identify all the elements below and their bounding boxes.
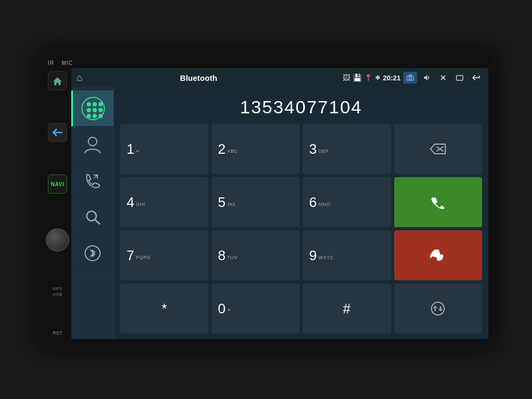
ir-label: IR — [48, 60, 54, 66]
navi-label: NAVI — [51, 181, 64, 187]
key-9-button[interactable]: 9 WXYZ — [303, 230, 391, 280]
key-call-button[interactable] — [394, 177, 483, 227]
sidebar-item-search[interactable] — [71, 199, 113, 235]
key-2-number: 2 — [218, 142, 226, 156]
image-status-icon: 🖼 — [343, 73, 350, 82]
svg-rect-4 — [456, 76, 463, 80]
key-7-button[interactable]: 7 PQRS — [120, 230, 209, 280]
volume-icon-box[interactable] — [420, 72, 434, 84]
recent-calls-icon — [82, 170, 103, 192]
key-hash-symbol: # — [343, 301, 351, 317]
status-time: 20:21 — [383, 74, 401, 82]
volume-knob[interactable] — [46, 228, 69, 252]
key-star-symbol: * — [162, 301, 167, 317]
key-2-letters: ABC — [227, 148, 238, 154]
key-0-number: 0 — [218, 302, 226, 315]
side-buttons: NAVI GPS USB RST — [44, 68, 71, 339]
key-backspace-button[interactable] — [394, 124, 483, 174]
status-bar: ⌂ Bluetooth 🖼 💾 📍 ✱ 20:21 — [71, 68, 488, 87]
usb-label: USB — [53, 292, 62, 297]
status-icons: 🖼 💾 📍 ✱ 20:21 — [343, 72, 483, 84]
key-1-letters: ∞ — [136, 148, 139, 154]
svg-point-1 — [409, 77, 412, 80]
key-6-number: 6 — [309, 195, 317, 209]
gps-usb-labels: GPS USB — [53, 286, 62, 297]
rst-label: RST — [53, 330, 62, 336]
navi-side-button[interactable]: NAVI — [48, 174, 67, 194]
camera-icon-box[interactable] — [403, 72, 417, 84]
key-9-letters: WXYZ — [318, 255, 333, 260]
key-5-number: 5 — [218, 195, 226, 209]
key-9-number: 9 — [309, 248, 317, 262]
device-top-labels: IR MIC — [44, 60, 488, 68]
key-4-letters: GHI — [136, 202, 145, 207]
key-8-letters: TUV — [227, 255, 238, 260]
key-hangup-button[interactable] — [394, 230, 483, 280]
key-6-button[interactable]: 6 MNO — [303, 177, 391, 227]
dialpad-icon — [82, 98, 104, 119]
main-content: 13534077104 1 ∞ 2 ABC 3 — [71, 87, 488, 339]
car-head-unit: IR MIC NAVI — [37, 51, 495, 348]
sidebar-item-contacts[interactable] — [71, 127, 113, 163]
key-1-number: 1 — [127, 142, 134, 156]
home-side-button[interactable] — [48, 71, 67, 90]
svg-line-7 — [95, 220, 99, 224]
close-icon-box[interactable] — [436, 72, 450, 84]
phone-display: 13534077104 — [120, 93, 482, 120]
bluetooth-status-icon: ✱ — [375, 74, 380, 81]
key-1-button[interactable]: 1 ∞ — [120, 124, 209, 174]
screen-area: NAVI GPS USB RST ⌂ Bluetooth — [44, 68, 488, 339]
key-3-letters: DEF — [318, 148, 329, 154]
status-bar-title: Bluetooth — [90, 73, 307, 82]
key-7-number: 7 — [127, 248, 134, 262]
key-4-button[interactable]: 4 GHI — [120, 177, 209, 227]
key-hash-button[interactable]: # — [303, 284, 391, 334]
sidebar — [71, 87, 114, 339]
key-swap-button[interactable] — [394, 284, 483, 334]
key-3-number: 3 — [309, 142, 317, 156]
svg-point-5 — [88, 137, 97, 146]
contacts-icon — [82, 134, 103, 155]
main-screen: ⌂ Bluetooth 🖼 💾 📍 ✱ 20:21 — [71, 68, 488, 339]
bluetooth-settings-icon — [82, 243, 103, 264]
key-0-button[interactable]: 0 + — [212, 284, 300, 334]
mic-label: MIC — [62, 60, 73, 66]
sidebar-item-dialpad[interactable] — [71, 90, 113, 127]
phone-area: 13534077104 1 ∞ 2 ABC 3 — [114, 87, 488, 339]
back-side-button[interactable] — [48, 123, 67, 142]
search-icon — [82, 206, 103, 228]
window-icon-box[interactable] — [453, 72, 467, 84]
keypad-grid: 1 ∞ 2 ABC 3 DEF — [120, 124, 482, 334]
sidebar-item-bluetooth[interactable] — [71, 235, 113, 271]
key-6-letters: MNO — [318, 202, 330, 207]
key-8-number: 8 — [218, 248, 226, 262]
status-home-icon[interactable]: ⌂ — [77, 72, 82, 84]
key-star-button[interactable]: * — [120, 284, 209, 334]
key-8-button[interactable]: 8 TUV — [212, 230, 300, 280]
key-0-plus: + — [227, 306, 231, 313]
key-2-button[interactable]: 2 ABC — [212, 124, 300, 174]
key-3-button[interactable]: 3 DEF — [303, 124, 391, 174]
key-4-number: 4 — [127, 195, 134, 209]
save-status-icon: 💾 — [353, 73, 362, 82]
gps-label: GPS — [53, 286, 62, 291]
key-5-letters: JKL — [227, 202, 236, 207]
sidebar-item-recent[interactable] — [71, 163, 113, 199]
svg-point-12 — [431, 302, 444, 315]
back-icon-box[interactable] — [469, 72, 483, 84]
key-5-button[interactable]: 5 JKL — [212, 177, 300, 227]
location-status-icon: 📍 — [364, 74, 372, 81]
key-7-letters: PQRS — [136, 255, 151, 260]
